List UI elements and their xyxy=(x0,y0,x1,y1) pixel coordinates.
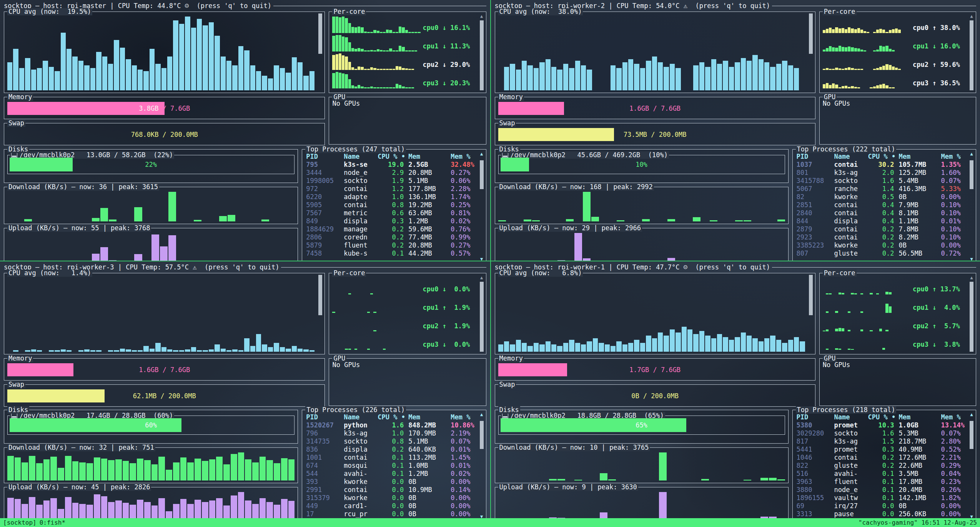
scroll-down-icon[interactable]: ▼ xyxy=(479,514,484,518)
swap-meter: 62.1MB / 200.0MB xyxy=(7,389,321,402)
core-label: cpu3 ↑ 36.5% xyxy=(913,79,965,87)
scroll-up-icon[interactable]: ▲ xyxy=(479,151,484,156)
scrollbar-thumb[interactable] xyxy=(809,13,813,54)
process-table: PID Name CPU % • Mem Mem % 795k3s-se19.0… xyxy=(306,153,476,261)
cpu-scrollbar[interactable] xyxy=(808,275,814,352)
scrollbar-thumb[interactable] xyxy=(480,160,484,189)
disk-usage-percent: 10% xyxy=(499,155,785,174)
pane-rpi-master[interactable]: socktop — host: rpi-master | CPU Temp: 4… xyxy=(0,0,490,261)
upload-chart xyxy=(498,233,785,261)
memory-label: Memory xyxy=(7,355,33,362)
process-row: 674mosqui0.11.0MB0.01% xyxy=(306,462,476,470)
per-core-scrollbar[interactable]: ▲ xyxy=(479,13,484,91)
core-row: cpu1 ↓ 11.3% xyxy=(332,35,475,53)
process-row: 796k3s-ag1.0170.9MB2.19% xyxy=(306,429,476,437)
process-row: 315379kworke0.00B0.00% xyxy=(306,494,476,502)
disks-label: Disks xyxy=(7,146,29,153)
core-row: cpu3 ↑ 36.5% xyxy=(823,72,965,90)
process-scrollbar[interactable]: ▲ ▼ xyxy=(479,151,484,261)
scrollbar-thumb[interactable] xyxy=(480,20,484,90)
process-row: 69irq/270.00B0.00% xyxy=(797,502,966,510)
swap-box: Swap 0B / 200.0MB xyxy=(495,384,815,407)
disks-label: Disks xyxy=(7,406,29,414)
memory-usage-text: 3.8GB / 7.6GB xyxy=(7,102,321,115)
swap-meter: 768.0KB / 200.0MB xyxy=(7,128,321,141)
gpu-box: GPU No GPUs xyxy=(329,358,486,406)
pane-rpi-worker-1[interactable]: socktop — host: rpi-worker-1 | CPU Temp:… xyxy=(490,261,980,518)
scroll-up-icon[interactable]: ▲ xyxy=(969,275,974,280)
swap-box: Swap 62.1MB / 200.0MB xyxy=(4,384,325,407)
scrollbar-thumb[interactable] xyxy=(970,282,973,352)
scrollbar-thumb[interactable] xyxy=(480,421,484,449)
cpu-scrollbar[interactable] xyxy=(318,13,323,91)
swap-label: Swap xyxy=(498,381,516,388)
top-processes-label: Top Processes (247 total) xyxy=(305,146,406,153)
scrollbar-thumb[interactable] xyxy=(318,275,322,315)
process-row: 817k3s-ag1.5218.7MB2.80% xyxy=(797,437,966,446)
per-core-scrollbar[interactable]: ▲ xyxy=(969,275,974,352)
window-item[interactable]: 0:fish* xyxy=(40,519,65,526)
memory-label: Memory xyxy=(7,93,33,101)
process-row: 1046contai0.2172.6MB2.21% xyxy=(797,454,966,462)
memory-used: 1.6GB xyxy=(629,105,649,112)
scroll-down-icon[interactable]: ▼ xyxy=(969,514,974,518)
pane-rpi-worker-2[interactable]: socktop — host: rpi-worker-2 | CPU Temp:… xyxy=(490,0,980,261)
process-row: 2991contai0.010.9MB0.14% xyxy=(306,486,476,494)
scroll-up-icon[interactable]: ▲ xyxy=(479,412,484,417)
scroll-down-icon[interactable]: ▼ xyxy=(479,256,484,261)
process-scrollbar[interactable]: ▲ ▼ xyxy=(969,151,974,261)
scroll-up-icon[interactable]: ▲ xyxy=(479,275,484,280)
memory-used: 1.6GB xyxy=(139,366,158,374)
core-label: cpu0 ↓ 16.1% xyxy=(423,24,475,32)
process-scrollbar[interactable]: ▲ ▼ xyxy=(969,412,974,518)
gpu-box: GPU No GPUs xyxy=(819,97,976,145)
scroll-up-icon[interactable]: ▲ xyxy=(969,13,974,19)
gpu-status-text: No GPUs xyxy=(332,100,360,107)
download-label: Download (KB/s) — now: 36 | peak: 3615 xyxy=(7,183,159,191)
cpu-scrollbar[interactable] xyxy=(808,13,814,91)
swap-box: Swap 768.0KB / 200.0MB xyxy=(4,123,325,145)
session-name: [socktop] xyxy=(3,519,37,526)
process-row: 5380promet10.31.0GB13.14% xyxy=(797,421,966,429)
process-scrollbar[interactable]: ▲ ▼ xyxy=(479,412,484,518)
upload-label: Upload (KB/s) — now: 45 | peak: 2826 xyxy=(7,484,151,491)
process-row: 1896155vaultw0.1142.1MB1.82% xyxy=(797,494,966,502)
scrollbar-thumb[interactable] xyxy=(318,13,322,54)
scroll-up-icon[interactable]: ▲ xyxy=(479,13,484,19)
process-table-header: PID Name CPU % • Mem Mem % xyxy=(306,413,476,421)
scrollbar-thumb[interactable] xyxy=(809,275,813,315)
memory-total: / 7.6GB xyxy=(649,366,681,374)
core-sparkline xyxy=(823,333,910,351)
process-table-header: PID Name CPU % • Mem Mem % xyxy=(797,413,966,421)
gpu-label: GPU xyxy=(332,355,346,362)
core-label: cpu0 ↑ 38.0% xyxy=(913,24,965,32)
core-sparkline xyxy=(823,53,910,71)
core-label: cpu0 ↑ 13.7% xyxy=(913,285,965,293)
scrollbar-thumb[interactable] xyxy=(970,20,973,90)
upload-label: Upload (KB/s) — now: 9 | peak: 3630 xyxy=(498,484,638,491)
disk-partition-box: /dev/mmcblk0p2 18.8GB / 28.8GB (65%) 65% xyxy=(498,416,785,435)
swap-label: Swap xyxy=(7,381,25,388)
core-label: cpu3 ↓ 3.8% xyxy=(913,341,965,348)
process-table: PID Name CPU % • Mem Mem % 5380promet10.… xyxy=(797,413,966,518)
pane-rpi-worker-3[interactable]: socktop — host: rpi-worker-3 | CPU Temp:… xyxy=(0,261,490,518)
download-chart xyxy=(498,452,785,480)
scroll-up-icon[interactable]: ▲ xyxy=(969,412,974,417)
disk-partition-box: /dev/mmcblk0p2 13.0GB / 58.2GB (22%) 22% xyxy=(7,155,294,174)
scrollbar-thumb[interactable] xyxy=(970,421,973,449)
per-core-scrollbar[interactable]: ▲ xyxy=(479,275,484,352)
process-row: 82kworke0.50B0.00% xyxy=(797,193,966,201)
core-label: cpu3 ↓ 20.3% xyxy=(423,79,475,87)
scroll-up-icon[interactable]: ▲ xyxy=(969,151,974,156)
scrollbar-thumb[interactable] xyxy=(480,282,484,352)
cpu-scrollbar[interactable] xyxy=(318,275,323,352)
core-sparkline xyxy=(823,72,910,90)
scrollbar-thumb[interactable] xyxy=(970,160,973,189)
gpu-label: GPU xyxy=(823,93,837,101)
per-core-scrollbar[interactable]: ▲ xyxy=(969,13,974,91)
disks-box: Disks /dev/mmcblk0p2 13.0GB / 58.2GB (22… xyxy=(4,149,298,183)
swap-meter: 0B / 200.0MB xyxy=(498,389,812,402)
per-core-box: Per-core cpu0 ↑ 38.0% cpu1 ↓ 16.0% cpu2 … xyxy=(819,12,976,93)
download-box: Download (KB/s) — now: 36 | peak: 3615 xyxy=(4,187,298,224)
scroll-down-icon[interactable]: ▼ xyxy=(969,256,974,261)
